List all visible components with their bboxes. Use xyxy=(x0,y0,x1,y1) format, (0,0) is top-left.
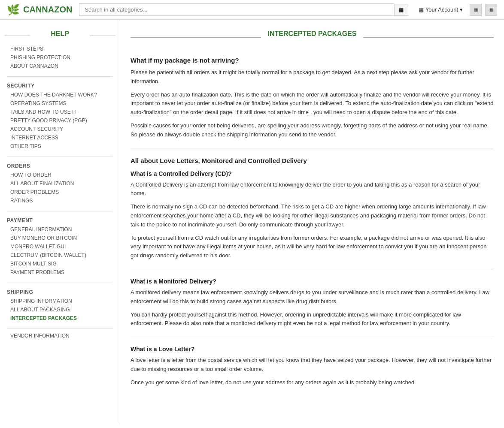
content-title: INTERCEPTED PACKAGES xyxy=(268,27,357,45)
sidebar-item-other-tips[interactable]: OTHER TIPS xyxy=(7,142,113,151)
para-md-2: You can hardly protect yourself against … xyxy=(131,310,494,329)
sidebar-item-pgp[interactable]: PRETTY GOOD PRIVACY (PGP) xyxy=(7,116,113,125)
chevron-down-icon: ▾ xyxy=(460,6,463,13)
sidebar-section-general: FIRST STEPS PHISHING PROTECTION ABOUT CA… xyxy=(0,45,120,74)
subheading-controlled-delivery: What is a Controlled Delivery (CD)? xyxy=(131,170,494,177)
search-icon: ▦ xyxy=(399,7,404,13)
para-cd-3: To protect yourself from a CD watch out … xyxy=(131,234,494,260)
header-right: ▦ Your Account ▾ ▦ ▦ xyxy=(415,4,497,16)
sidebar-section-security: SECURITY HOW DOES THE DARKNET WORK? OPER… xyxy=(0,79,120,154)
main-container: HELP FIRST STEPS PHISHING PROTECTION ABO… xyxy=(0,20,504,424)
title-line-right xyxy=(363,37,494,38)
para-ll-2: Once you get some kind of love letter, d… xyxy=(131,378,494,387)
qr-icon-2: ▦ xyxy=(489,7,493,12)
sidebar-item-darknet[interactable]: HOW DOES THE DARKNET WORK? xyxy=(7,90,113,99)
section-not-arriving: What if my package is not arriving? Plea… xyxy=(131,57,494,139)
sidebar-item-first-steps[interactable]: FIRST STEPS xyxy=(7,45,113,53)
account-icon: ▦ xyxy=(419,6,424,13)
title-line-left xyxy=(131,37,261,38)
sidebar-section-orders: ORDERS HOW TO ORDER ALL ABOUT FINALIZATI… xyxy=(0,160,120,208)
sidebar-item-finalization[interactable]: ALL ABOUT FINALIZATION xyxy=(7,179,113,188)
sidebar: HELP FIRST STEPS PHISHING PROTECTION ABO… xyxy=(0,20,120,424)
sidebar-item-bitcoin-multisig[interactable]: BITCOIN MULTISIG xyxy=(7,259,113,268)
para-not-arriving-3: Possible causes for your order not being… xyxy=(131,121,494,139)
sidebar-divider-4 xyxy=(7,283,113,283)
sidebar-item-monero-wallet[interactable]: MONERO WALLET GUI xyxy=(7,242,113,251)
content-title-wrapper: INTERCEPTED PACKAGES xyxy=(131,27,494,48)
sidebar-section-title-payment: PAYMENT xyxy=(7,214,113,225)
sidebar-section-payment: PAYMENT GENERAL INFORMATION BUY MONERO O… xyxy=(0,214,120,280)
para-ll-1: A love letter is a letter from the posta… xyxy=(131,356,494,374)
header: 🌿 CANNAZON ▦ ▦ Your Account ▾ ▦ ▦ xyxy=(0,0,504,20)
sidebar-item-internet-access[interactable]: INTERNET ACCESS xyxy=(7,133,113,142)
heading-not-arriving: What if my package is not arriving? xyxy=(131,57,494,64)
sidebar-item-general-info[interactable]: GENERAL INFORMATION xyxy=(7,225,113,234)
subsection-controlled-delivery: What is a Controlled Delivery (CD)? A Co… xyxy=(131,170,494,260)
logo-icon: 🌿 xyxy=(7,4,20,16)
para-cd-2: There is normally no sign a CD can be de… xyxy=(131,202,494,229)
para-not-arriving-1: Please be patient with all orders as it … xyxy=(131,68,494,86)
subsection-love-letter: What is a Love Letter? A love letter is … xyxy=(131,346,494,387)
para-cd-1: A Controlled Delivery is an attempt from… xyxy=(131,181,494,199)
sidebar-title: HELP xyxy=(0,27,120,45)
sidebar-item-phishing[interactable]: PHISHING PROTECTION xyxy=(7,53,113,62)
sidebar-item-payment-problems[interactable]: PAYMENT PROBLEMS xyxy=(7,268,113,277)
account-label: Your Account xyxy=(425,6,458,13)
sidebar-item-electrum[interactable]: ELECTRUM (BITCOIN WALLET) xyxy=(7,251,113,259)
icon-box-2[interactable]: ▦ xyxy=(485,4,497,16)
sidebar-divider-1 xyxy=(7,76,113,77)
logo-text: CANNAZON xyxy=(23,5,72,15)
section-love-letters: All about Love Letters, Monitored and Co… xyxy=(131,157,494,387)
sidebar-item-os[interactable]: OPERATING SYSTEMS xyxy=(7,99,113,108)
search-input[interactable] xyxy=(79,3,394,16)
account-button[interactable]: ▦ Your Account ▾ xyxy=(415,5,466,15)
sidebar-section-title-orders: ORDERS xyxy=(7,160,113,171)
sidebar-section-shipping: SHIPPING SHIPPING INFORMATION ALL ABOUT … xyxy=(0,286,120,326)
sidebar-item-about[interactable]: ABOUT CANNAZON xyxy=(7,62,113,70)
subsection-monitored-delivery: What is a Monitored Delivery? A monitore… xyxy=(131,278,494,328)
sidebar-item-ratings[interactable]: RATINGS xyxy=(7,196,113,205)
subheading-monitored-delivery: What is a Monitored Delivery? xyxy=(131,278,494,285)
sidebar-item-account-security[interactable]: ACCOUNT SECURITY xyxy=(7,125,113,133)
sidebar-item-shipping-info[interactable]: SHIPPING INFORMATION xyxy=(7,297,113,305)
sidebar-item-packaging[interactable]: ALL ABOUT PACKAGING xyxy=(7,305,113,314)
divider-1 xyxy=(131,148,494,148)
heading-love-letters: All about Love Letters, Monitored and Co… xyxy=(131,157,494,164)
sidebar-item-how-to-order[interactable]: HOW TO ORDER xyxy=(7,171,113,179)
para-md-1: A monitored delivery means law enforceme… xyxy=(131,288,494,306)
sidebar-item-vendor-info[interactable]: VENDOR INFORMATION xyxy=(7,332,113,340)
search-bar[interactable]: ▦ xyxy=(79,3,408,16)
qr-icon-1: ▦ xyxy=(474,7,478,12)
para-not-arriving-2: Every order has an auto-finalization dat… xyxy=(131,90,494,117)
sidebar-item-intercepted[interactable]: INTERCEPTED PACKAGES xyxy=(7,314,113,323)
sidebar-item-buy-crypto[interactable]: BUY MONERO OR BITCOIN xyxy=(7,234,113,242)
sidebar-section-title-shipping: SHIPPING xyxy=(7,286,113,297)
divider-3 xyxy=(131,337,494,337)
icon-box-1[interactable]: ▦ xyxy=(470,4,482,16)
sidebar-section-vendor: VENDOR INFORMATION xyxy=(0,332,120,344)
search-button[interactable]: ▦ xyxy=(394,4,408,16)
subheading-love-letter: What is a Love Letter? xyxy=(131,346,494,353)
sidebar-section-title-security: SECURITY xyxy=(7,79,113,90)
content-area: INTERCEPTED PACKAGES What if my package … xyxy=(120,20,504,424)
sidebar-divider-2 xyxy=(7,157,113,157)
sidebar-item-tails[interactable]: TAILS AND HOW TO USE IT xyxy=(7,108,113,116)
sidebar-divider-3 xyxy=(7,211,113,211)
sidebar-item-order-problems[interactable]: ORDER PROBLEMS xyxy=(7,188,113,196)
sidebar-divider-5 xyxy=(7,329,113,329)
logo: 🌿 CANNAZON xyxy=(7,4,72,16)
divider-2 xyxy=(131,269,494,269)
